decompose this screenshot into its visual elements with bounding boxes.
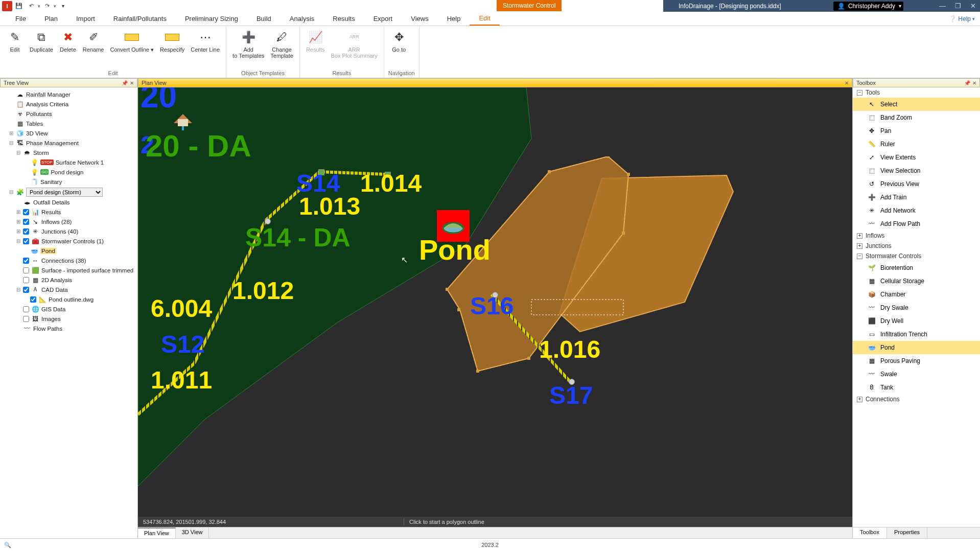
redo-icon[interactable]: ↷ [41,1,53,11]
context-tab-stormwater[interactable]: Stormwater Control [497,0,562,11]
user-chip[interactable]: 👤 Christopher Addy [833,2,903,11]
ribbon-duplicate[interactable]: ⧉Duplicate [28,28,55,54]
menu-build[interactable]: Build [247,12,281,25]
menu-help[interactable]: Help [438,12,470,25]
tree-checkbox[interactable] [23,228,29,235]
toolbox-title[interactable]: Toolbox 📌✕ [853,78,980,87]
tree-checkbox[interactable] [23,287,29,293]
tree-item-pond-design[interactable]: 💡GOPond design [1,167,136,177]
tree-item-2d-analysis[interactable]: ▦2D Analysis [1,275,136,285]
pin-icon[interactable]: 📌 [964,80,970,86]
restore-button[interactable]: ❐ [955,2,961,10]
toolbox-item-swale[interactable]: 〰Swale [853,368,980,381]
ribbon-center-line[interactable]: ⋯Center Line [189,28,222,54]
tree-checkbox[interactable] [23,277,29,283]
toolbox-body[interactable]: −Tools↖Select⬚Band Zoom✥Pan📏Ruler⤢View E… [853,87,980,527]
ribbon-go-to[interactable]: ✥Go to [388,28,410,54]
qat-customize-icon[interactable]: ▾ [57,1,68,11]
help-link[interactable]: ❔Help▾ [949,15,975,22]
toolbox-item-previous-view[interactable]: ↺Previous View [853,177,980,191]
tree-item-rainfall-manager[interactable]: ☁Rainfall Manager [1,89,136,99]
toolbox-item-dry-well[interactable]: ⬛Dry Well [853,314,980,328]
pin-icon[interactable]: 📌 [122,80,128,86]
menu-preliminarysizing[interactable]: Preliminary Sizing [176,12,247,25]
view-tab-plan-view[interactable]: Plan View [138,527,176,538]
toolbox-item-ruler[interactable]: 📏Ruler [853,137,980,151]
toolbox-item-porous-paving[interactable]: ▦Porous Paving [853,354,980,368]
tree-item-flow-paths[interactable]: 〰Flow Paths [1,324,136,333]
toolbox-item-cellular-storage[interactable]: ▦Cellular Storage [853,274,980,288]
undo-icon[interactable]: ↶ [26,1,37,11]
toolbox-item-bioretention[interactable]: 🌱Bioretention [853,261,980,274]
toolbox-section-junctions[interactable]: +Junctions [853,241,980,251]
menu-analysis[interactable]: Analysis [281,12,323,25]
menu-results[interactable]: Results [323,12,364,25]
tree-item-cad-data[interactable]: ⊟ＡCAD Data [1,285,136,294]
tree-item-sanitary[interactable]: 🧻Sanitary [1,177,136,187]
menu-import[interactable]: Import [67,12,104,25]
tree-item-inflows--28-[interactable]: ⊞↘Inflows (28) [1,217,136,226]
tree-item-surface---imported-surface-trimmed[interactable]: 🟩Surface - imported surface trimmed [1,265,136,275]
tree-item-gis-data[interactable]: 🌐GIS Data [1,304,136,314]
ribbon-change-template[interactable]: 🖊ChangeTemplate [268,28,295,60]
close-icon[interactable]: ✕ [845,80,849,86]
bottom-tab-toolbox[interactable]: Toolbox [853,527,887,538]
ribbon-add-to-templates[interactable]: ➕Addto Templates [230,28,266,60]
view-tab-3d-view[interactable]: 3D View [176,527,209,538]
tree-item-storm[interactable]: ⊟🌧Storm [1,148,136,157]
close-icon[interactable]: ✕ [130,80,134,86]
tree-item-3d-view[interactable]: ⊞🧊3D View [1,128,136,138]
menu-edit[interactable]: Edit [470,12,499,26]
toolbox-item-dry-swale[interactable]: 〰Dry Swale [853,301,980,314]
menu-plan[interactable]: Plan [35,12,67,25]
tree-checkbox[interactable] [23,219,29,225]
close-icon[interactable]: ✕ [972,80,976,86]
tree-item-phase-management[interactable]: ⊟🏗Phase Management [1,138,136,148]
tree-item-pond[interactable]: 🥣Pond [1,246,136,256]
menu-file[interactable]: File [6,12,35,25]
save-icon[interactable]: 💾 [13,1,25,11]
tree-item-stormwater-controls--1-[interactable]: ⊟🧰Stormwater Controls (1) [1,236,136,246]
tree-item-connections--38-[interactable]: ↔Connections (38) [1,256,136,265]
tree-body[interactable]: ☁Rainfall Manager📋Analysis Criteria☣Poll… [0,87,137,538]
tree-item-pond-design--storm-[interactable]: ⊟🧩Pond design (Storm) [1,187,136,197]
toolbox-item-add-network[interactable]: ✳Add Network [853,204,980,217]
toolbox-item-pond[interactable]: 🥣Pond [853,341,980,354]
app-logo[interactable]: I [2,1,12,11]
close-button[interactable]: ✕ [970,2,976,10]
tree-item-analysis-criteria[interactable]: 📋Analysis Criteria [1,99,136,109]
toolbox-item-select[interactable]: ↖Select [853,98,980,111]
ribbon-convert-outline--[interactable]: Convert Outline ▾ [108,28,155,54]
tree-checkbox[interactable] [23,306,29,312]
ribbon-respecify[interactable]: Respecify [158,28,186,54]
tree-checkbox[interactable] [23,258,29,264]
tree-item-pollutants[interactable]: ☣Pollutants [1,109,136,119]
ribbon-edit[interactable]: ✎Edit [4,28,26,54]
toolbox-section-inflows[interactable]: +Inflows [853,231,980,241]
tree-checkbox[interactable] [23,316,29,322]
toolbox-item-tank[interactable]: 🛢Tank [853,381,980,394]
tree-item-results[interactable]: ⊞📊Results [1,207,136,217]
tree-view-title[interactable]: Tree View 📌✕ [0,78,137,87]
ribbon-delete[interactable]: ✖Delete [57,28,79,54]
tree-item-surface-network-1[interactable]: 💡STOPSurface Network 1 [1,157,136,167]
menu-views[interactable]: Views [402,12,437,25]
toolbox-item-pan[interactable]: ✥Pan [853,124,980,137]
toolbox-section-tools[interactable]: −Tools [853,87,980,98]
plan-canvas[interactable]: 20 2 20 - DA S14 1.014 1.013 S14 - DA Po… [138,87,852,527]
toolbox-item-view-selection[interactable]: ⬚View Selection [853,164,980,177]
toolbox-item-band-zoom[interactable]: ⬚Band Zoom [853,111,980,124]
menu-rainfallpollutants[interactable]: Rainfall/Pollutants [104,12,176,25]
toolbox-section-connections[interactable]: +Connections [853,394,980,404]
plan-view-title[interactable]: Plan View ✕ [138,78,852,87]
tree-item-pond-outline-dwg[interactable]: 📐Pond outline.dwg [1,294,136,304]
menu-export[interactable]: Export [364,12,402,25]
tree-checkbox[interactable] [23,267,29,273]
phase-combo[interactable]: Pond design (Storm) [26,188,103,197]
tree-item-images[interactable]: 🖼Images [1,314,136,324]
ribbon-rename[interactable]: ✐Rename [81,28,106,54]
tree-checkbox[interactable] [23,238,29,244]
toolbox-item-infiltration-trench[interactable]: ▭Infiltration Trench [853,328,980,341]
toolbox-item-add-flow-path[interactable]: 〰Add Flow Path [853,217,980,231]
minimize-button[interactable]: — [939,2,946,10]
